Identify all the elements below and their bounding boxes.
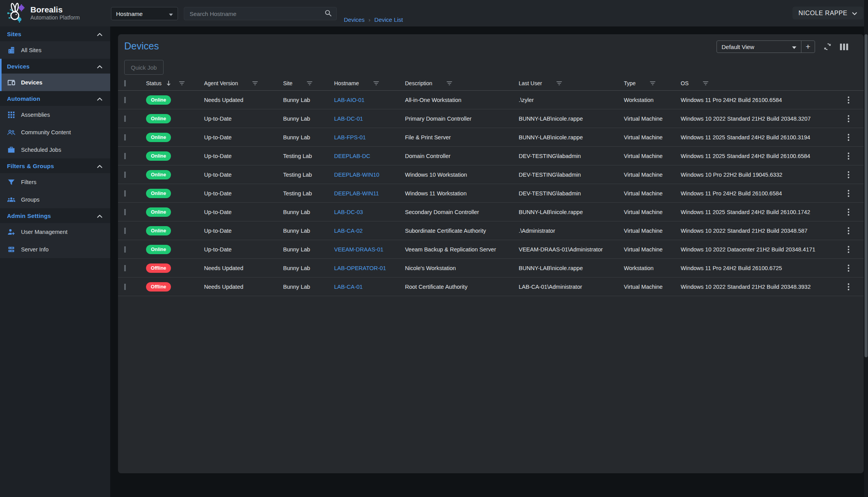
cell-site: Testing Lab	[283, 190, 334, 197]
sidebar-item-label: Community Content	[21, 129, 71, 135]
filter-icon[interactable]	[252, 81, 258, 86]
cell-last-user: .\zyler	[519, 97, 624, 103]
columns-icon[interactable]	[840, 44, 848, 50]
sidebar-item-server-info[interactable]: Server Info	[0, 241, 110, 258]
hostname-link[interactable]: LAB-DC-03	[334, 209, 363, 215]
hostname-link[interactable]: VEEAM-DRAAS-01	[334, 246, 384, 253]
cell-agent-version: Up-to-Date	[204, 190, 283, 197]
row-actions-kebab-icon[interactable]	[846, 132, 851, 142]
sidebar-item-community-content[interactable]: Community Content	[0, 123, 110, 141]
row-checkbox[interactable]	[124, 134, 126, 140]
status-badge: Online	[146, 245, 171, 254]
hostname-link[interactable]: DEEPLAB-WIN11	[334, 190, 379, 197]
filter-icon[interactable]	[179, 81, 185, 86]
sidebar-section-header-devices[interactable]: Devices	[0, 59, 110, 74]
status-badge: Online	[146, 133, 171, 142]
row-checkbox[interactable]	[124, 284, 126, 290]
view-selector[interactable]: Default View	[717, 41, 801, 53]
row-actions-kebab-icon[interactable]	[846, 263, 851, 273]
scrollbar-thumb[interactable]	[864, 34, 868, 357]
hostname-link[interactable]: LAB-DC-01	[334, 116, 363, 122]
row-checkbox[interactable]	[124, 246, 126, 253]
filter-icon[interactable]	[373, 81, 379, 86]
breadcrumb-device-list[interactable]: Device List	[374, 16, 403, 23]
cell-agent-version: Needs Updated	[204, 97, 283, 103]
row-actions-kebab-icon[interactable]	[846, 226, 851, 236]
row-checkbox[interactable]	[124, 116, 126, 122]
sidebar-item-user-management[interactable]: User Management	[0, 223, 110, 241]
row-checkbox[interactable]	[124, 172, 126, 178]
table-row: Online Up-to-Date Testing Lab DEEPLAB-WI…	[118, 184, 864, 203]
search-by-select[interactable]: Hostname	[111, 7, 178, 20]
column-header-description[interactable]: Description	[405, 80, 519, 86]
row-checkbox[interactable]	[124, 190, 126, 197]
hostname-link[interactable]: LAB-OPERATOR-01	[334, 265, 386, 271]
sidebar-item-groups[interactable]: Groups	[0, 191, 110, 208]
column-header-type[interactable]: Type	[624, 80, 681, 86]
section-label: Admin Settings	[7, 212, 51, 219]
table-row: Online Up-to-Date Bunny Lab VEEAM-DRAAS-…	[118, 240, 864, 259]
sidebar-item-assemblies[interactable]: Assemblies	[0, 106, 110, 123]
table-row: Online Up-to-Date Bunny Lab LAB-FPS-01 F…	[118, 128, 864, 147]
sidebar-section-header-filters-groups[interactable]: Filters & Groups	[0, 158, 110, 173]
filter-icon[interactable]	[650, 81, 656, 86]
sidebar-section-header-admin-settings[interactable]: Admin Settings	[0, 208, 110, 223]
row-checkbox[interactable]	[124, 153, 126, 159]
hostname-link[interactable]: LAB-AIO-01	[334, 97, 364, 103]
scrollbar[interactable]	[864, 0, 868, 497]
column-header-os[interactable]: OS	[681, 80, 833, 86]
table-row: Offline Needs Updated Bunny Lab LAB-OPER…	[118, 259, 864, 277]
status-badge: Offline	[146, 263, 171, 273]
status-badge: Online	[146, 207, 171, 217]
hostname-link[interactable]: LAB-CA-02	[334, 228, 363, 234]
sidebar-section-header-sites[interactable]: Sites	[0, 26, 110, 41]
row-actions-kebab-icon[interactable]	[846, 95, 851, 105]
column-header-last-user[interactable]: Last User	[519, 80, 624, 86]
row-checkbox[interactable]	[124, 97, 126, 103]
row-actions-kebab-icon[interactable]	[846, 244, 851, 255]
search-field[interactable]	[184, 7, 337, 20]
add-view-button[interactable]: +	[801, 41, 815, 53]
sidebar-section-header-automation[interactable]: Automation	[0, 91, 110, 106]
cell-agent-version: Up-to-Date	[204, 209, 283, 215]
cell-os: Windows 10 2022 Standard 21H2 Build 2034…	[681, 284, 833, 290]
filter-icon[interactable]	[702, 81, 709, 86]
filter-icon[interactable]	[306, 81, 313, 86]
search-input[interactable]	[189, 10, 324, 18]
sidebar-item-label: Filters	[21, 179, 36, 185]
hostname-link[interactable]: DEEPLAB-WIN10	[334, 172, 379, 178]
row-actions-kebab-icon[interactable]	[846, 207, 851, 217]
hostname-link[interactable]: LAB-FPS-01	[334, 134, 366, 140]
filter-icon[interactable]	[556, 81, 562, 86]
sidebar-item-filters[interactable]: Filters	[0, 173, 110, 191]
sidebar-item-all-sites[interactable]: All Sites	[0, 41, 110, 59]
briefcase-icon	[7, 146, 16, 154]
column-label: Description	[405, 80, 432, 86]
column-header-status[interactable]: Status	[146, 80, 204, 86]
row-checkbox[interactable]	[124, 228, 126, 234]
column-header-agent-version[interactable]: Agent Version	[204, 80, 283, 86]
row-checkbox[interactable]	[124, 265, 126, 271]
row-actions-kebab-icon[interactable]	[846, 114, 851, 124]
row-actions-kebab-icon[interactable]	[846, 170, 851, 180]
row-actions-kebab-icon[interactable]	[846, 282, 851, 292]
user-menu-button[interactable]: NICOLE RAPPE	[792, 7, 863, 19]
row-actions-kebab-icon[interactable]	[846, 151, 851, 161]
sidebar-item-scheduled-jobs[interactable]: Scheduled Jobs	[0, 141, 110, 158]
building-icon	[7, 46, 16, 54]
row-checkbox[interactable]	[124, 209, 126, 215]
breadcrumb-devices[interactable]: Devices	[344, 16, 364, 23]
select-all-checkbox[interactable]	[124, 80, 126, 86]
quick-job-button[interactable]: Quick Job	[124, 60, 164, 75]
row-actions-kebab-icon[interactable]	[846, 188, 851, 198]
hostname-link[interactable]: LAB-CA-01	[334, 284, 363, 290]
refresh-icon[interactable]	[823, 42, 832, 51]
search-icon[interactable]	[324, 9, 332, 18]
sidebar-item-devices[interactable]: Devices	[2, 74, 110, 91]
hostname-link[interactable]: DEEPLAB-DC	[334, 153, 370, 159]
column-header-site[interactable]: Site	[283, 80, 334, 86]
cell-site: Bunny Lab	[283, 116, 334, 122]
filter-icon[interactable]	[446, 81, 452, 86]
column-header-hostname[interactable]: Hostname	[334, 80, 405, 86]
cell-description: Subordinate Certificate Authority	[405, 228, 519, 234]
